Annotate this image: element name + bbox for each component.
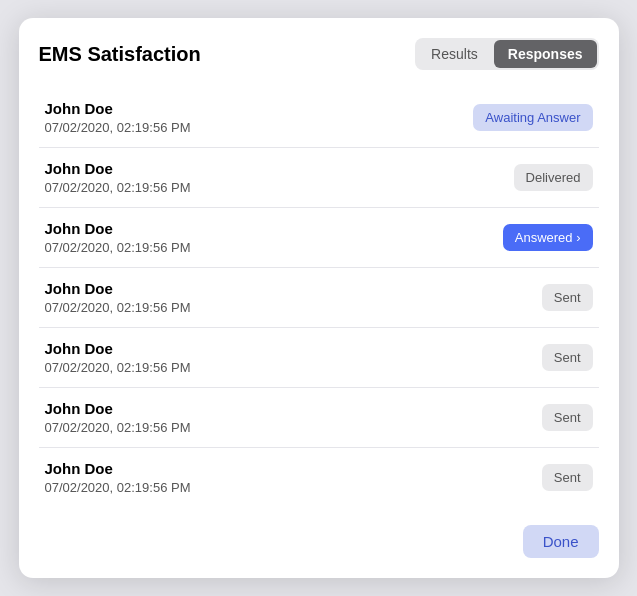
item-name: John Doe bbox=[45, 400, 191, 417]
modal-container: EMS Satisfaction Results Responses John … bbox=[19, 18, 619, 578]
footer: Done bbox=[39, 525, 599, 558]
item-info: John Doe07/02/2020, 02:19:56 PM bbox=[45, 400, 191, 435]
item-date: 07/02/2020, 02:19:56 PM bbox=[45, 180, 191, 195]
item-name: John Doe bbox=[45, 460, 191, 477]
list-item: John Doe07/02/2020, 02:19:56 PMSent bbox=[39, 448, 599, 507]
responses-list: John Doe07/02/2020, 02:19:56 PMAwaiting … bbox=[39, 88, 599, 507]
item-info: John Doe07/02/2020, 02:19:56 PM bbox=[45, 220, 191, 255]
badge-sent[interactable]: Sent bbox=[542, 464, 593, 491]
item-name: John Doe bbox=[45, 340, 191, 357]
item-info: John Doe07/02/2020, 02:19:56 PM bbox=[45, 100, 191, 135]
item-info: John Doe07/02/2020, 02:19:56 PM bbox=[45, 280, 191, 315]
badge-delivered[interactable]: Delivered bbox=[514, 164, 593, 191]
list-item: John Doe07/02/2020, 02:19:56 PMDelivered bbox=[39, 148, 599, 208]
item-date: 07/02/2020, 02:19:56 PM bbox=[45, 480, 191, 495]
list-item: John Doe07/02/2020, 02:19:56 PMSent bbox=[39, 328, 599, 388]
item-date: 07/02/2020, 02:19:56 PM bbox=[45, 120, 191, 135]
page-title: EMS Satisfaction bbox=[39, 43, 201, 66]
badge-awaiting[interactable]: Awaiting Answer bbox=[473, 104, 592, 131]
header: EMS Satisfaction Results Responses bbox=[39, 38, 599, 70]
badge-sent[interactable]: Sent bbox=[542, 404, 593, 431]
item-info: John Doe07/02/2020, 02:19:56 PM bbox=[45, 160, 191, 195]
item-info: John Doe07/02/2020, 02:19:56 PM bbox=[45, 340, 191, 375]
list-item: John Doe07/02/2020, 02:19:56 PMSent bbox=[39, 388, 599, 448]
badge-sent[interactable]: Sent bbox=[542, 284, 593, 311]
item-name: John Doe bbox=[45, 160, 191, 177]
item-name: John Doe bbox=[45, 100, 191, 117]
item-info: John Doe07/02/2020, 02:19:56 PM bbox=[45, 460, 191, 495]
list-item: John Doe07/02/2020, 02:19:56 PMSent bbox=[39, 268, 599, 328]
item-date: 07/02/2020, 02:19:56 PM bbox=[45, 300, 191, 315]
tab-group: Results Responses bbox=[415, 38, 598, 70]
badge-sent[interactable]: Sent bbox=[542, 344, 593, 371]
badge-answered[interactable]: Answered › bbox=[503, 224, 593, 251]
done-button[interactable]: Done bbox=[523, 525, 599, 558]
list-item: John Doe07/02/2020, 02:19:56 PMAwaiting … bbox=[39, 88, 599, 148]
tab-results[interactable]: Results bbox=[417, 40, 492, 68]
item-date: 07/02/2020, 02:19:56 PM bbox=[45, 420, 191, 435]
item-name: John Doe bbox=[45, 280, 191, 297]
item-date: 07/02/2020, 02:19:56 PM bbox=[45, 360, 191, 375]
tab-responses[interactable]: Responses bbox=[494, 40, 597, 68]
item-name: John Doe bbox=[45, 220, 191, 237]
item-date: 07/02/2020, 02:19:56 PM bbox=[45, 240, 191, 255]
list-item: John Doe07/02/2020, 02:19:56 PMAnswered … bbox=[39, 208, 599, 268]
